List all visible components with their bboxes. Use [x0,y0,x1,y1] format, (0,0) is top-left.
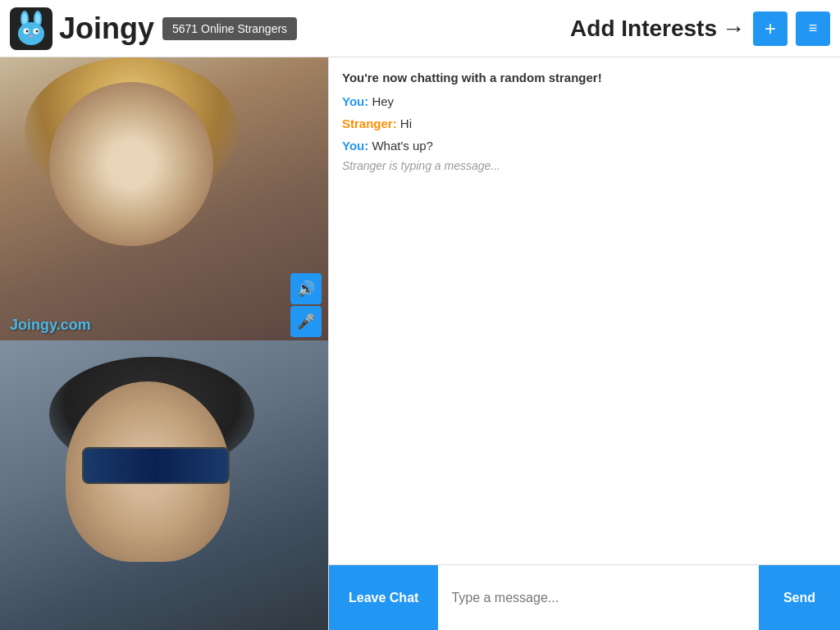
my-video [0,340,328,630]
leave-chat-button[interactable]: Leave Chat [329,565,438,630]
svg-point-4 [35,13,40,25]
svg-point-10 [30,34,33,37]
add-interests-arrow-icon: → [722,16,745,42]
svg-point-8 [26,30,29,32]
online-count-badge: 5671 Online Strangers [162,17,297,40]
video-panel: Joingy.com 🔊 🎤 [0,57,328,630]
header: Joingy 5671 Online Strangers Add Interes… [0,0,840,57]
stranger-video: Joingy.com 🔊 🎤 [0,57,328,340]
main-layout: Joingy.com 🔊 🎤 You're now chatting with … [0,57,840,630]
typing-indicator: Stranger is typing a message... [342,159,827,172]
message-text-3: What's up? [372,139,433,153]
message-text-1: Hey [372,94,394,108]
you-label-1: You: [342,94,368,108]
chat-message-you-2: You: What's up? [342,137,827,154]
logo-icon [10,7,52,50]
svg-point-3 [22,13,27,25]
video-watermark: Joingy.com [10,317,91,334]
chat-message-you-1: You: Hey [342,93,827,110]
chat-message-stranger-1: Stranger: Hi [342,115,827,132]
chat-panel: You're now chatting with a random strang… [328,57,840,630]
mic-button[interactable]: 🎤 [290,306,322,337]
add-button[interactable]: + [753,11,788,46]
stranger-video-background [0,57,328,340]
menu-button[interactable]: ≡ [796,11,830,46]
logo-text: Joingy [59,11,154,46]
svg-point-9 [36,30,39,32]
logo-area: Joingy [10,7,154,50]
chat-messages: You're now chatting with a random strang… [329,57,840,564]
chat-input-area: Leave Chat Send [329,564,840,630]
my-video-background [0,340,328,630]
system-message: You're now chatting with a random strang… [342,71,827,84]
message-text-2: Hi [400,116,412,130]
my-glasses-visual [82,447,230,484]
message-input[interactable] [438,565,759,630]
sound-button[interactable]: 🔊 [290,273,322,304]
header-right: Add Interests → + ≡ [570,11,830,46]
svg-point-5 [18,22,44,45]
you-label-2: You: [342,139,368,153]
stranger-face-visual [49,82,213,246]
add-interests-text-content: Add Interests [570,16,717,42]
add-interests-label[interactable]: Add Interests → [570,16,745,42]
send-button[interactable]: Send [759,565,840,630]
stranger-label-1: Stranger: [342,116,397,130]
